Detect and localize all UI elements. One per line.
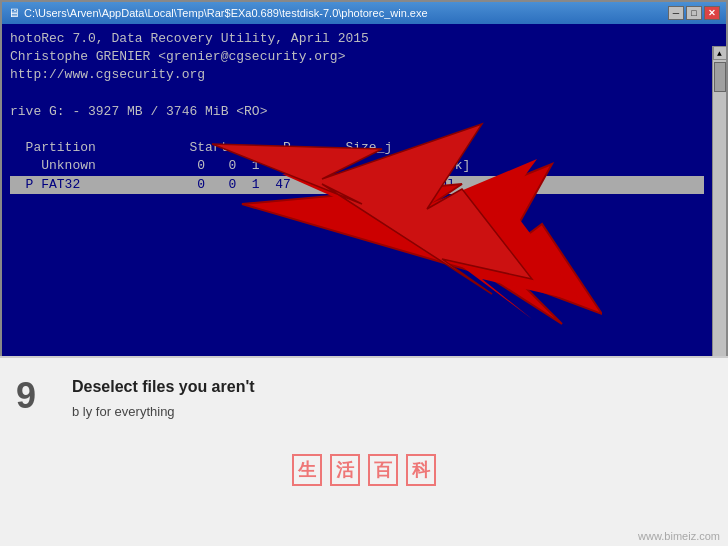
window-icon: 🖥 <box>8 6 20 20</box>
title-bar: 🖥 C:\Users\Arven\AppData\Local\Temp\Rar$… <box>2 2 726 24</box>
terminal-blank-6 <box>10 266 704 284</box>
scroll-thumb[interactable] <box>714 62 726 92</box>
step-content: Deselect files you aren't b ly for every… <box>72 378 712 422</box>
terminal-partition-unknown: Unknown 0 0 1 427 ole disk] <box>10 157 704 175</box>
scroll-up-button[interactable]: ▲ <box>713 46 727 60</box>
watermark: www.bimeiz.com <box>638 530 720 542</box>
minimize-button[interactable]: ─ <box>668 6 684 20</box>
terminal-line-2: Christophe GRENIER <grenier@cgsecurity.o… <box>10 48 704 66</box>
scrollbar[interactable]: ▲ ▼ <box>712 46 726 386</box>
terminal-header: Partition Start P Size_j <box>10 139 704 157</box>
terminal-blank-9 <box>10 321 704 339</box>
terminal-line-4 <box>10 85 704 103</box>
terminal-partition-fat32[interactable]: P FAT32 0 0 1 47 D CARD] <box>10 176 704 194</box>
terminal-blank-7 <box>10 285 704 303</box>
terminal-blank-8 <box>10 303 704 321</box>
terminal-line-blank <box>10 121 704 139</box>
title-bar-controls: ─ □ ✕ <box>668 6 720 20</box>
terminal-line-1: hotoRec 7.0, Data Recovery Utility, Apri… <box>10 30 704 48</box>
terminal-blank-3 <box>10 212 704 230</box>
bottom-panel: 9 Deselect files you aren't b ly for eve… <box>0 356 728 546</box>
restore-button[interactable]: □ <box>686 6 702 20</box>
terminal-blank-5 <box>10 248 704 266</box>
terminal-blank-2 <box>10 194 704 212</box>
terminal-blank-10 <box>10 339 704 357</box>
terminal-area: hotoRec 7.0, Data Recovery Utility, Apri… <box>2 24 726 400</box>
step-title: Deselect files you aren't <box>72 378 712 396</box>
terminal-blank-4 <box>10 230 704 248</box>
close-button[interactable]: ✕ <box>704 6 720 20</box>
terminal-line-3: http://www.cgsecurity.org <box>10 66 704 84</box>
terminal-drive-line: rive G: - 3927 MB / 3746 MiB <RO> <box>10 103 704 121</box>
title-bar-left: 🖥 C:\Users\Arven\AppData\Local\Temp\Rar$… <box>8 6 428 20</box>
window-title: C:\Users\Arven\AppData\Local\Temp\Rar$EX… <box>24 7 428 19</box>
step-number: 9 <box>16 378 56 414</box>
step-description: b ly for everything <box>72 402 712 422</box>
